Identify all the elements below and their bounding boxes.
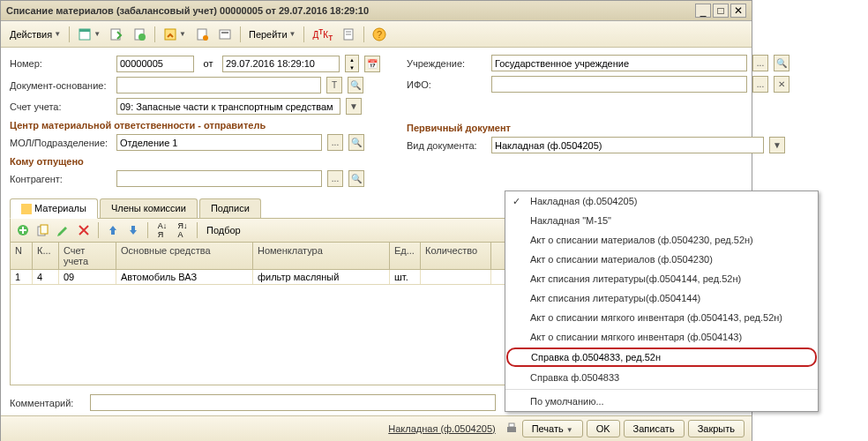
ifo-label: ИФО: <box>407 79 486 90</box>
mol-select-button[interactable]: ... <box>327 134 343 151</box>
ifo-input[interactable] <box>491 76 747 93</box>
counterparty-label: Контрагент: <box>10 174 111 184</box>
col-assets[interactable]: Основные средства <box>116 243 253 269</box>
menu-item-7[interactable]: Акт о списании мягкого инвентаря (ф.0504… <box>505 327 818 347</box>
menu-item-6[interactable]: Акт о списании мягкого инвентаря (ф.0504… <box>505 308 818 327</box>
goto-menu[interactable]: Перейти ▼ <box>245 27 300 41</box>
docbase-input[interactable] <box>116 77 321 93</box>
tb-icon-5[interactable] <box>191 26 213 43</box>
docbase-label: Документ-основание: <box>10 80 111 91</box>
institution-select-button[interactable]: ... <box>752 55 768 71</box>
move-down-icon[interactable] <box>124 221 142 239</box>
col-n[interactable]: N <box>11 243 33 269</box>
counterparty-search-button[interactable]: 🔍 <box>348 170 364 187</box>
footer-doc-link[interactable]: Накладная (ф.0504205) <box>388 423 495 434</box>
mol-input[interactable] <box>116 134 322 151</box>
ok-button[interactable]: OK <box>587 420 620 437</box>
print-menu: Накладная (ф.0504205) Накладная "М-15" А… <box>505 191 819 412</box>
move-up-icon[interactable] <box>104 221 122 239</box>
mol-label: МОЛ/Подразделение: <box>10 138 111 148</box>
maximize-button[interactable]: □ <box>713 4 729 18</box>
ifo-select-button[interactable]: ... <box>752 76 768 93</box>
tb-icon-6[interactable] <box>214 26 236 43</box>
menu-item-0[interactable]: Накладная (ф.0504205) <box>505 191 818 211</box>
doctype-label: Вид документа: <box>407 140 486 151</box>
svg-rect-15 <box>21 204 32 214</box>
edit-icon[interactable] <box>55 221 72 239</box>
window-title: Списание материалов (забалансовый учет) … <box>6 5 369 16</box>
docbase-t-button[interactable]: T <box>326 77 342 93</box>
mol-search-button[interactable]: 🔍 <box>348 134 364 151</box>
account-dd-button[interactable]: ▼ <box>346 98 362 115</box>
minimize-button[interactable]: _ <box>695 4 711 18</box>
delete-icon[interactable] <box>75 221 93 239</box>
menu-separator <box>505 389 818 390</box>
close-button[interactable]: ✕ <box>730 4 746 18</box>
date-input[interactable] <box>222 56 340 72</box>
account-select[interactable] <box>116 98 340 115</box>
svg-text:?: ? <box>377 29 382 40</box>
section-primary-doc: Первичный документ <box>407 123 789 133</box>
add-icon[interactable] <box>14 221 32 239</box>
col-qty[interactable]: Количество <box>421 243 491 269</box>
institution-search-button[interactable]: 🔍 <box>774 55 789 71</box>
svg-rect-20 <box>131 226 135 230</box>
tb-icon-3[interactable] <box>129 26 150 43</box>
print-icon <box>505 422 519 436</box>
menu-item-default[interactable]: По умолчанию... <box>505 392 818 411</box>
comment-label: Комментарий: <box>10 398 85 408</box>
tb-icon-4[interactable]: ▼ <box>160 26 190 43</box>
menu-item-8-highlighted[interactable]: Справка ф.0504833, ред.52н <box>506 348 817 367</box>
section-sender: Центр материальной ответственности - отп… <box>10 120 380 131</box>
col-k[interactable]: К... <box>33 243 59 269</box>
institution-input[interactable] <box>491 55 747 71</box>
svg-point-7 <box>203 35 208 41</box>
tb-report-icon[interactable] <box>338 26 359 43</box>
doctype-dd-button[interactable]: ▼ <box>769 137 785 153</box>
col-unit[interactable]: Ед... <box>390 243 421 269</box>
tab-signatures[interactable]: Подписи <box>199 198 261 218</box>
menu-item-2[interactable]: Акт о списании материалов (ф.0504230, ре… <box>505 230 818 250</box>
docbase-search-button[interactable]: 🔍 <box>348 77 363 93</box>
institution-label: Учреждение: <box>407 58 486 69</box>
col-account[interactable]: Счет учета <box>59 243 116 269</box>
date-spinner[interactable]: ▲▼ <box>345 55 359 72</box>
sort-desc-icon[interactable]: Я↓A <box>174 221 191 239</box>
svg-rect-18 <box>41 225 48 234</box>
close-form-button[interactable]: Закрыть <box>688 420 745 437</box>
doctype-select[interactable] <box>491 137 764 153</box>
print-button[interactable]: Печать ▼ <box>522 420 583 437</box>
svg-rect-9 <box>221 32 228 34</box>
menu-item-9[interactable]: Справка ф.0504833 <box>505 368 818 387</box>
tb-icon-1[interactable]: ▼ <box>74 26 104 43</box>
tb-dtk-icon[interactable]: ДтКт <box>309 24 336 44</box>
save-button[interactable]: Записать <box>624 420 685 437</box>
menu-item-4[interactable]: Акт списания литературы(ф.0504144, ред.5… <box>505 269 818 288</box>
svg-rect-22 <box>509 423 514 427</box>
copy-icon[interactable] <box>34 221 52 239</box>
counterparty-input[interactable] <box>116 170 322 187</box>
ifo-clear-button[interactable]: ✕ <box>774 76 789 93</box>
sort-asc-icon[interactable]: A↓Я <box>153 221 171 239</box>
number-label: Номер: <box>10 58 111 69</box>
menu-item-5[interactable]: Акт списания литературы(ф.0504144) <box>505 288 818 308</box>
svg-rect-1 <box>79 29 90 32</box>
help-icon[interactable]: ? <box>369 26 390 43</box>
number-input[interactable] <box>116 56 194 72</box>
selection-button[interactable]: Подбор <box>203 223 244 237</box>
menu-item-1[interactable]: Накладная "М-15" <box>505 211 818 230</box>
tab-materials[interactable]: Материалы <box>10 198 98 219</box>
col-nomenclature[interactable]: Номенклатура <box>253 243 390 269</box>
svg-rect-19 <box>111 230 115 235</box>
section-recipient: Кому отпущено <box>10 156 380 167</box>
date-picker-icon[interactable]: 📅 <box>364 56 380 72</box>
svg-rect-8 <box>220 30 230 39</box>
account-label: Счет учета: <box>10 101 111 112</box>
ot-label: от <box>199 58 217 69</box>
menu-item-3[interactable]: Акт о списании материалов (ф.0504230) <box>505 250 818 269</box>
counterparty-select-button[interactable]: ... <box>327 170 343 187</box>
actions-menu[interactable]: Действия ▼ <box>6 27 64 41</box>
comment-input[interactable] <box>90 394 496 411</box>
tab-commission[interactable]: Члены комиссии <box>100 198 198 218</box>
tb-icon-2[interactable] <box>106 26 127 43</box>
